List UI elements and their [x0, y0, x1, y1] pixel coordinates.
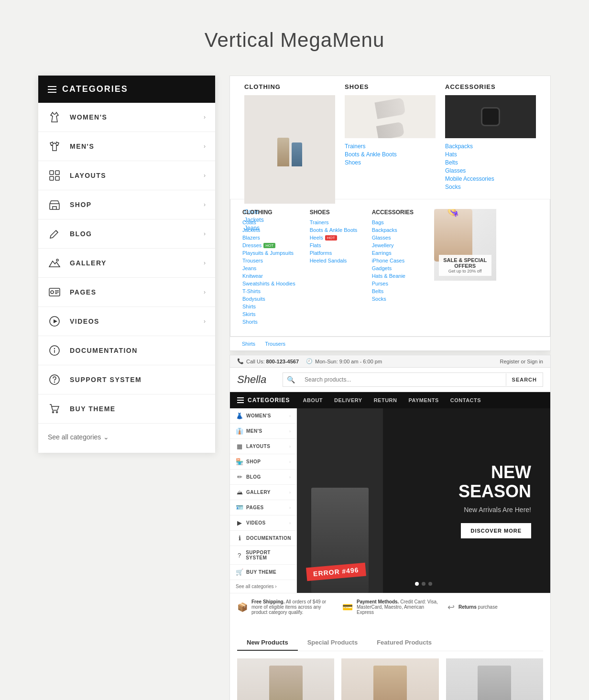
chevron-right-icon-mens: › — [204, 143, 206, 150]
mini-chevron-blog: › — [289, 475, 291, 480]
info-bar-returns: ↩ Returns purchase — [447, 602, 543, 612]
svg-rect-2 — [50, 176, 54, 180]
mini-sidebar-item-documentation[interactable]: ℹ DOCUMENTATION — [230, 531, 296, 546]
sidebar-item-blog[interactable]: BLOG › — [38, 219, 215, 249]
hero-subtitle: New Arrivals Are Here! — [458, 506, 531, 514]
nav-link-contacts[interactable]: CONTACTS — [445, 393, 487, 408]
svg-rect-3 — [55, 176, 59, 180]
info-bar-payment: 💳 Payment Methods. Credit Card: Visa, Ma… — [342, 599, 438, 615]
tshirt-icon — [48, 140, 61, 153]
sidebar-item-documentation[interactable]: DOCUMENTATION — [38, 336, 215, 365]
products-tabs: New Products Special Products Featured P… — [237, 635, 543, 651]
call-info: 📞 Call Us: 800-123-4567 — [237, 358, 299, 364]
search-button[interactable]: SEARCH — [506, 373, 543, 386]
mini-sidebar-item-layouts[interactable]: ▦ LAYOUTS › — [230, 439, 296, 454]
mini-info-icon: ℹ — [236, 535, 243, 542]
tab-featured-products[interactable]: Featured Products — [367, 635, 441, 651]
sidebar-item-buytheme[interactable]: BUY THEME — [38, 394, 215, 424]
nav-label-videos: VIDEOS — [70, 317, 99, 325]
sale-banner-text: SALE & SPECIAL OFFERS Get up to 20% off — [439, 255, 491, 276]
sidebar-nav: WOMEN'S › MEN'S › — [38, 103, 215, 424]
mega-menu-category-shoes: SHOES Trainers Boots & Ankle Boots Shoes — [340, 83, 440, 192]
tab-new-products[interactable]: New Products — [237, 635, 298, 651]
svg-rect-0 — [50, 171, 54, 175]
mini-question-icon: ? — [236, 552, 243, 559]
mini-sidebar-item-gallery[interactable]: ⛰ GALLERY › — [230, 485, 296, 500]
mini-sidebar-item-womens[interactable]: 👗 WOMEN'S › — [230, 408, 296, 424]
mega-menu-cat-title-clothing: CLOTHING — [244, 83, 335, 90]
product-card-2 — [341, 658, 438, 700]
mini-sidebar-item-mens[interactable]: 👔 MEN'S › — [230, 424, 296, 439]
shoes-links: Trainers Boots & Ankle Boots Shoes — [345, 143, 436, 166]
mini-sidebar-item-blog[interactable]: ✏ BLOG › — [230, 470, 296, 485]
right-area: CLOTHING Coats Jackets Jeans — [229, 76, 551, 700]
store-nav: CATEGORIES ABOUT DELIVERY RETURN PAYMENT… — [230, 392, 550, 408]
sidebar-item-videos[interactable]: VIDEOS › — [38, 307, 215, 336]
nav-link-return[interactable]: RETURN — [368, 393, 403, 408]
returns-icon: ↩ — [447, 602, 455, 612]
svg-marker-12 — [54, 319, 57, 323]
phone-icon: 📞 — [237, 358, 244, 364]
product-card-1 — [237, 658, 334, 700]
store-header: Shella 🔍 SEARCH — [230, 368, 550, 392]
mini-id-icon: 🪪 — [236, 504, 243, 511]
see-all-categories[interactable]: See all categories ⌄ — [38, 424, 215, 453]
page-title: Vertical MegaMenu — [0, 29, 589, 52]
id-icon — [48, 285, 61, 299]
sidebar-item-womens[interactable]: WOMEN'S › — [38, 103, 215, 132]
chevron-down-icon: ⌄ — [103, 433, 109, 441]
nav-link-about[interactable]: ABOUT — [297, 393, 328, 408]
sidebar-item-support[interactable]: SUPPORT SYSTEM — [38, 365, 215, 394]
store-topbar: 📞 Call Us: 800-123-4567 🕘 Mon-Sun: 9:00 … — [230, 355, 550, 368]
dropdown-col-shoes: SHOES Trainers Boots & Ankle Boots Heels… — [310, 209, 358, 327]
hero-model-area: ERROR #496 — [297, 408, 383, 593]
sidebar-item-shop[interactable]: SHOP › — [38, 190, 215, 219]
discover-more-button[interactable]: DISCOVER MORE — [461, 523, 531, 538]
mini-play-icon: ▶ — [236, 519, 243, 526]
search-icon: 🔍 — [283, 376, 299, 383]
nav-link-payments[interactable]: PAYMENTS — [403, 393, 445, 408]
play-icon — [48, 315, 61, 328]
info-icon — [48, 344, 61, 357]
mini-tshirt-icon: 👔 — [236, 427, 243, 435]
sidebar-item-gallery[interactable]: GALLERY › — [38, 249, 215, 278]
store-nav-links: ABOUT DELIVERY RETURN PAYMENTS CONTACTS — [297, 393, 487, 408]
mini-sidebar-footer[interactable]: See all categories › — [230, 580, 296, 593]
nav-label-documentation: DOCUMENTATION — [70, 347, 138, 354]
mini-sidebar-item-pages[interactable]: 🪪 PAGES › — [230, 500, 296, 515]
dropdown-col-clothing: CLOTHING Coats Jackets Blazers Dresses H… — [242, 209, 295, 327]
mini-sidebar-item-shop[interactable]: 🏪 SHOP › — [230, 454, 296, 470]
mountain-icon — [48, 256, 61, 270]
tab-special-products[interactable]: Special Products — [298, 635, 367, 651]
product-card-3 — [446, 658, 543, 700]
chevron-right-icon-pages: › — [204, 289, 206, 295]
chevron-right-icon-layouts: › — [204, 172, 206, 179]
mega-menu-category-accessories: ACCESSORIES Backpacks Hats Belts Glasses… — [440, 83, 541, 192]
sidebar-item-mens[interactable]: MEN'S › — [38, 132, 215, 161]
hero-dot-1[interactable] — [415, 582, 419, 586]
hero-content: NEWSEASON New Arrivals Are Here! DISCOVE… — [458, 463, 531, 538]
hero-dot-2[interactable] — [422, 582, 425, 586]
store-topbar-right: Register or Sign in — [500, 359, 544, 364]
hero-dot-3[interactable] — [428, 582, 432, 586]
grid-icon — [48, 169, 61, 182]
nav-categories-btn[interactable]: CATEGORIES — [230, 392, 297, 408]
mini-sidebar-item-videos[interactable]: ▶ VIDEOS › — [230, 515, 296, 531]
cart-icon — [48, 402, 61, 416]
mini-chevron-gallery: › — [289, 490, 291, 495]
accessories-image — [445, 95, 536, 138]
mini-store-icon: 🏪 — [236, 458, 243, 465]
mini-chevron-shop: › — [289, 459, 291, 464]
mega-menu-cat-title-accessories: ACCESSORIES — [445, 83, 536, 90]
mini-sidebar-item-support[interactable]: ? SUPPORT SYSTEM — [230, 546, 296, 565]
nav-label-mens: MEN'S — [70, 142, 94, 150]
hamburger-icon — [48, 86, 56, 93]
chevron-right-icon-videos: › — [204, 318, 206, 325]
product-cards — [237, 658, 543, 700]
mini-sidebar-item-buytheme[interactable]: 🛒 BUY THEME — [230, 565, 296, 580]
sale-model-image — [434, 209, 472, 262]
nav-link-delivery[interactable]: DELIVERY — [328, 393, 368, 408]
search-input[interactable] — [299, 373, 506, 386]
sidebar-item-pages[interactable]: PAGES › — [38, 278, 215, 307]
sidebar-item-layouts[interactable]: LAYOUTS › — [38, 161, 215, 190]
